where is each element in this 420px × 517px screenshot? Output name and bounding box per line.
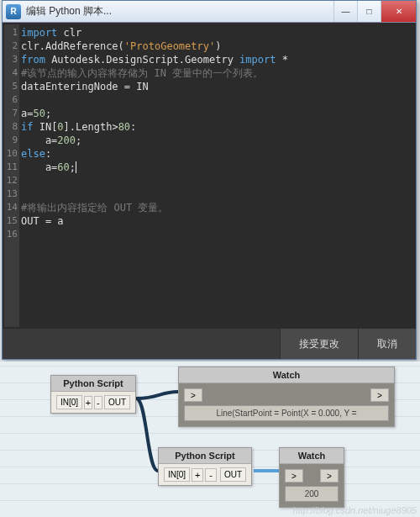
watch-next-button[interactable]: > [320, 469, 339, 483]
node-watch-1[interactable]: Watch > > Line(StartPoint = Point(X = 0.… [178, 367, 395, 427]
node-title: Watch [280, 448, 344, 464]
code-editor[interactable]: 12345678910111213141516 import clrclr.Ad… [4, 24, 414, 327]
add-port-button[interactable]: + [192, 468, 203, 482]
watermark: http://blog.csdn.net/niuge8905 [293, 505, 417, 515]
cancel-button[interactable]: 取消 [358, 329, 416, 359]
add-port-button[interactable]: + [84, 396, 92, 409]
node-graph[interactable]: Python Script IN[0] + - OUT Watch > > Li… [0, 361, 420, 517]
title-bar[interactable]: R 编辑 Python 脚本... — □ ✕ [3, 1, 416, 23]
node-title: Python Script [51, 376, 135, 392]
window-title: 编辑 Python 脚本... [24, 4, 333, 18]
watch-value: 200 [285, 486, 339, 502]
app-icon: R [6, 4, 21, 19]
watch-next-button[interactable]: > [370, 388, 389, 402]
python-editor-window: R 编辑 Python 脚本... — □ ✕ 1234567891011121… [2, 0, 417, 360]
line-gutter: 12345678910111213141516 [4, 24, 19, 327]
out-port[interactable]: OUT [104, 395, 130, 409]
watch-prev-button[interactable]: > [285, 469, 303, 483]
node-watch-2[interactable]: Watch > > 200 [279, 447, 344, 508]
button-bar: 接受更改 取消 [3, 329, 416, 359]
watch-value: Line(StartPoint = Point(X = 0.000, Y = [184, 405, 389, 421]
remove-port-button[interactable]: - [205, 468, 217, 482]
node-title: Python Script [159, 448, 251, 464]
accept-button[interactable]: 接受更改 [280, 329, 358, 359]
close-button[interactable]: ✕ [381, 1, 416, 22]
node-python-script-2[interactable]: Python Script IN[0] + - OUT [158, 447, 252, 486]
in-port[interactable]: IN[0] [56, 395, 82, 409]
maximize-button[interactable]: □ [357, 1, 381, 22]
remove-port-button[interactable]: - [94, 396, 102, 409]
code-area[interactable]: import clrclr.AddReference('ProtoGeometr… [21, 26, 414, 327]
out-port[interactable]: OUT [220, 467, 246, 482]
minimize-button[interactable]: — [333, 1, 357, 22]
node-title: Watch [179, 367, 394, 383]
watch-prev-button[interactable]: > [184, 388, 202, 402]
in-port[interactable]: IN[0] [164, 467, 190, 482]
node-python-script-1[interactable]: Python Script IN[0] + - OUT [50, 375, 136, 414]
